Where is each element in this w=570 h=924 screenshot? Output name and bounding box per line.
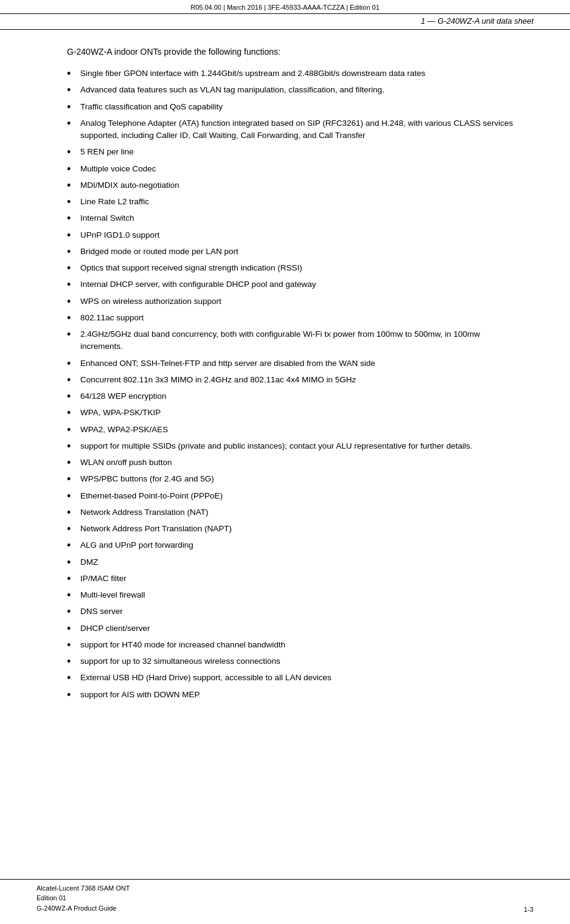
footer-left-line2: Edition 01 xyxy=(36,893,130,903)
bullet-item-4: 5 REN per line xyxy=(67,146,521,158)
feature-list: Single fiber GPON interface with 1.244Gb… xyxy=(67,67,521,701)
bullet-item-7: Line Rate L2 traffic xyxy=(67,196,521,208)
bullet-item-29: IP/MAC filter xyxy=(67,573,521,585)
bullet-item-30: Multi-level firewall xyxy=(67,589,521,601)
bullet-item-3: Analog Telephone Adapter (ATA) function … xyxy=(67,117,521,142)
main-content: G-240WZ-A indoor ONTs provide the follow… xyxy=(0,30,570,729)
bullet-item-21: support for multiple SSIDs (private and … xyxy=(67,440,521,452)
bullet-item-35: External USB HD (Hard Drive) support, ac… xyxy=(67,672,521,684)
bullet-item-22: WLAN on/off push button xyxy=(67,457,521,469)
bullet-item-0: Single fiber GPON interface with 1.244Gb… xyxy=(67,67,521,80)
bullet-item-16: Enhanced ONT; SSH-Telnet-FTP and http se… xyxy=(67,357,521,370)
bullet-item-27: ALG and UPnP port forwarding xyxy=(67,539,521,551)
bullet-item-6: MDI/MDIX auto-negotiation xyxy=(67,179,521,191)
bullet-item-18: 64/128 WEP encryption xyxy=(67,390,521,402)
bullet-item-32: DHCP client/server xyxy=(67,622,521,635)
footer-page-number: 1-3 xyxy=(524,906,534,913)
bullet-item-25: Network Address Translation (NAT) xyxy=(67,506,521,519)
page-title: 1 — G-240WZ-A unit data sheet xyxy=(421,16,534,26)
footer-left-line3: G-240WZ-A Product Guide xyxy=(36,903,130,914)
bullet-item-12: Internal DHCP server, with configurable … xyxy=(67,278,521,291)
bullet-item-36: support for AIS with DOWN MEP xyxy=(67,689,521,701)
bullet-item-20: WPA2, WPA2-PSK/AES xyxy=(67,424,521,436)
bullet-item-5: Multiple voice Codec xyxy=(67,163,521,175)
bullet-item-14: 802.11ac support xyxy=(67,312,521,324)
bullet-item-15: 2.4GHz/5GHz dual band concurrency, both … xyxy=(67,328,521,353)
page-header: R05.04.00 | March 2016 | 3FE-45933-AAAA-… xyxy=(0,0,570,14)
bullet-item-31: DNS server xyxy=(67,605,521,618)
bullet-item-1: Advanced data features such as VLAN tag … xyxy=(67,84,521,96)
header-text: R05.04.00 | March 2016 | 3FE-45933-AAAA-… xyxy=(190,4,380,11)
bullet-item-19: WPA, WPA-PSK/TKIP xyxy=(67,407,521,419)
footer-left-line1: Alcatel-Lucent 7368 ISAM ONT xyxy=(36,883,130,894)
bullet-item-10: Bridged mode or routed mode per LAN port xyxy=(67,246,521,258)
footer-left: Alcatel-Lucent 7368 ISAM ONT Edition 01 … xyxy=(36,883,130,914)
intro-paragraph: G-240WZ-A indoor ONTs provide the follow… xyxy=(67,47,521,57)
bullet-item-17: Concurrent 802.11n 3x3 MIMO in 2.4GHz an… xyxy=(67,374,521,386)
bullet-item-23: WPS/PBC buttons (for 2.4G and 5G) xyxy=(67,473,521,485)
bullet-item-2: Traffic classification and QoS capabilit… xyxy=(67,101,521,113)
bullet-item-13: WPS on wireless authorization support xyxy=(67,295,521,308)
bullet-item-33: support for HT40 mode for increased chan… xyxy=(67,639,521,651)
bullet-item-28: DMZ xyxy=(67,556,521,568)
bullet-item-11: Optics that support received signal stre… xyxy=(67,262,521,274)
bullet-item-9: UPnP IGD1.0 support xyxy=(67,229,521,241)
bullet-item-8: Internal Switch xyxy=(67,212,521,224)
bullet-item-34: support for up to 32 simultaneous wirele… xyxy=(67,655,521,667)
page-footer: Alcatel-Lucent 7368 ISAM ONT Edition 01 … xyxy=(0,879,570,914)
bullet-item-24: Ethernet-based Point-to-Point (PPPoE) xyxy=(67,490,521,502)
bullet-item-26: Network Address Port Translation (NAPT) xyxy=(67,523,521,535)
page-title-bar: 1 — G-240WZ-A unit data sheet xyxy=(0,14,570,30)
